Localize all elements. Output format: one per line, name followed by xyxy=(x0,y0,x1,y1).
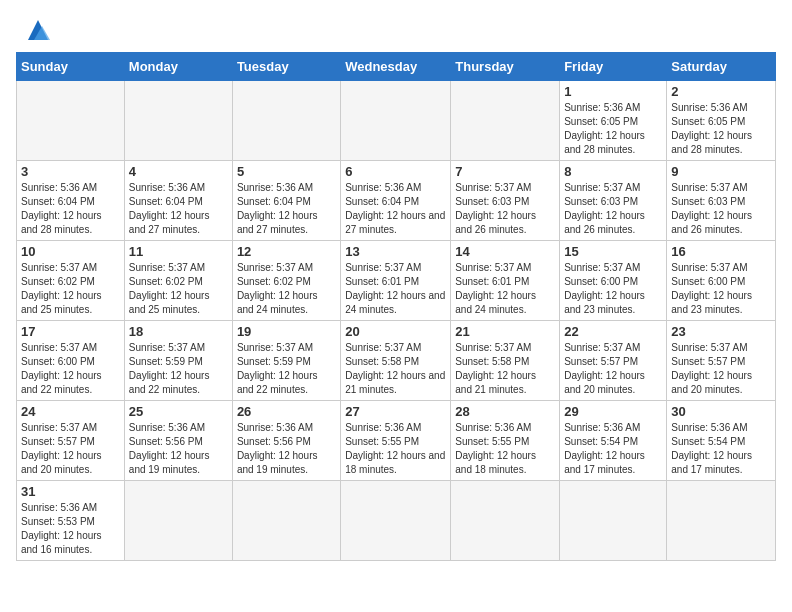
calendar-cell: 12Sunrise: 5:37 AM Sunset: 6:02 PM Dayli… xyxy=(232,241,340,321)
day-info: Sunrise: 5:36 AM Sunset: 5:55 PM Dayligh… xyxy=(345,421,446,477)
calendar-cell: 22Sunrise: 5:37 AM Sunset: 5:57 PM Dayli… xyxy=(560,321,667,401)
day-info: Sunrise: 5:37 AM Sunset: 6:02 PM Dayligh… xyxy=(237,261,336,317)
day-number: 24 xyxy=(21,404,120,419)
day-info: Sunrise: 5:37 AM Sunset: 5:57 PM Dayligh… xyxy=(21,421,120,477)
weekday-header-thursday: Thursday xyxy=(451,53,560,81)
weekday-header-sunday: Sunday xyxy=(17,53,125,81)
calendar-body: 1Sunrise: 5:36 AM Sunset: 6:05 PM Daylig… xyxy=(17,81,776,561)
day-info: Sunrise: 5:36 AM Sunset: 5:55 PM Dayligh… xyxy=(455,421,555,477)
day-info: Sunrise: 5:37 AM Sunset: 6:00 PM Dayligh… xyxy=(564,261,662,317)
day-number: 21 xyxy=(455,324,555,339)
day-info: Sunrise: 5:36 AM Sunset: 6:04 PM Dayligh… xyxy=(21,181,120,237)
day-number: 1 xyxy=(564,84,662,99)
calendar-cell xyxy=(341,81,451,161)
day-number: 31 xyxy=(21,484,120,499)
calendar-cell: 7Sunrise: 5:37 AM Sunset: 6:03 PM Daylig… xyxy=(451,161,560,241)
day-info: Sunrise: 5:37 AM Sunset: 6:02 PM Dayligh… xyxy=(129,261,228,317)
calendar-cell xyxy=(451,81,560,161)
day-info: Sunrise: 5:36 AM Sunset: 5:56 PM Dayligh… xyxy=(129,421,228,477)
logo-area xyxy=(16,16,56,44)
calendar-week-row: 3Sunrise: 5:36 AM Sunset: 6:04 PM Daylig… xyxy=(17,161,776,241)
day-number: 14 xyxy=(455,244,555,259)
day-info: Sunrise: 5:37 AM Sunset: 5:57 PM Dayligh… xyxy=(564,341,662,397)
calendar-cell: 21Sunrise: 5:37 AM Sunset: 5:58 PM Dayli… xyxy=(451,321,560,401)
calendar-cell: 9Sunrise: 5:37 AM Sunset: 6:03 PM Daylig… xyxy=(667,161,776,241)
day-info: Sunrise: 5:36 AM Sunset: 6:04 PM Dayligh… xyxy=(129,181,228,237)
day-number: 22 xyxy=(564,324,662,339)
calendar-cell xyxy=(17,81,125,161)
calendar-cell xyxy=(451,481,560,561)
day-info: Sunrise: 5:37 AM Sunset: 6:00 PM Dayligh… xyxy=(671,261,771,317)
header xyxy=(16,16,776,44)
day-number: 5 xyxy=(237,164,336,179)
day-number: 4 xyxy=(129,164,228,179)
logo-icon xyxy=(20,16,56,44)
day-number: 23 xyxy=(671,324,771,339)
day-info: Sunrise: 5:37 AM Sunset: 5:58 PM Dayligh… xyxy=(345,341,446,397)
day-info: Sunrise: 5:36 AM Sunset: 5:56 PM Dayligh… xyxy=(237,421,336,477)
calendar-cell xyxy=(124,81,232,161)
calendar-cell: 5Sunrise: 5:36 AM Sunset: 6:04 PM Daylig… xyxy=(232,161,340,241)
calendar-cell: 19Sunrise: 5:37 AM Sunset: 5:59 PM Dayli… xyxy=(232,321,340,401)
calendar-cell: 10Sunrise: 5:37 AM Sunset: 6:02 PM Dayli… xyxy=(17,241,125,321)
calendar-cell: 1Sunrise: 5:36 AM Sunset: 6:05 PM Daylig… xyxy=(560,81,667,161)
calendar-cell xyxy=(667,481,776,561)
calendar-cell: 28Sunrise: 5:36 AM Sunset: 5:55 PM Dayli… xyxy=(451,401,560,481)
calendar-week-row: 1Sunrise: 5:36 AM Sunset: 6:05 PM Daylig… xyxy=(17,81,776,161)
calendar-cell: 31Sunrise: 5:36 AM Sunset: 5:53 PM Dayli… xyxy=(17,481,125,561)
day-number: 26 xyxy=(237,404,336,419)
day-info: Sunrise: 5:37 AM Sunset: 5:58 PM Dayligh… xyxy=(455,341,555,397)
calendar-week-row: 10Sunrise: 5:37 AM Sunset: 6:02 PM Dayli… xyxy=(17,241,776,321)
day-number: 30 xyxy=(671,404,771,419)
calendar-cell xyxy=(560,481,667,561)
calendar-cell: 24Sunrise: 5:37 AM Sunset: 5:57 PM Dayli… xyxy=(17,401,125,481)
calendar-cell: 27Sunrise: 5:36 AM Sunset: 5:55 PM Dayli… xyxy=(341,401,451,481)
calendar-cell: 20Sunrise: 5:37 AM Sunset: 5:58 PM Dayli… xyxy=(341,321,451,401)
day-info: Sunrise: 5:36 AM Sunset: 6:04 PM Dayligh… xyxy=(237,181,336,237)
calendar-cell: 6Sunrise: 5:36 AM Sunset: 6:04 PM Daylig… xyxy=(341,161,451,241)
weekday-header-row: SundayMondayTuesdayWednesdayThursdayFrid… xyxy=(17,53,776,81)
calendar-cell: 16Sunrise: 5:37 AM Sunset: 6:00 PM Dayli… xyxy=(667,241,776,321)
calendar-cell: 3Sunrise: 5:36 AM Sunset: 6:04 PM Daylig… xyxy=(17,161,125,241)
weekday-header-friday: Friday xyxy=(560,53,667,81)
day-number: 12 xyxy=(237,244,336,259)
calendar-week-row: 17Sunrise: 5:37 AM Sunset: 6:00 PM Dayli… xyxy=(17,321,776,401)
calendar-cell: 23Sunrise: 5:37 AM Sunset: 5:57 PM Dayli… xyxy=(667,321,776,401)
day-info: Sunrise: 5:37 AM Sunset: 5:57 PM Dayligh… xyxy=(671,341,771,397)
calendar-cell xyxy=(232,81,340,161)
day-info: Sunrise: 5:36 AM Sunset: 6:05 PM Dayligh… xyxy=(671,101,771,157)
day-number: 9 xyxy=(671,164,771,179)
day-number: 17 xyxy=(21,324,120,339)
day-number: 19 xyxy=(237,324,336,339)
weekday-header-wednesday: Wednesday xyxy=(341,53,451,81)
calendar-cell: 26Sunrise: 5:36 AM Sunset: 5:56 PM Dayli… xyxy=(232,401,340,481)
calendar-cell xyxy=(341,481,451,561)
calendar-header: SundayMondayTuesdayWednesdayThursdayFrid… xyxy=(17,53,776,81)
day-number: 7 xyxy=(455,164,555,179)
day-number: 13 xyxy=(345,244,446,259)
day-info: Sunrise: 5:37 AM Sunset: 6:00 PM Dayligh… xyxy=(21,341,120,397)
day-info: Sunrise: 5:37 AM Sunset: 6:03 PM Dayligh… xyxy=(564,181,662,237)
calendar-cell: 17Sunrise: 5:37 AM Sunset: 6:00 PM Dayli… xyxy=(17,321,125,401)
day-number: 6 xyxy=(345,164,446,179)
day-number: 2 xyxy=(671,84,771,99)
calendar-cell: 13Sunrise: 5:37 AM Sunset: 6:01 PM Dayli… xyxy=(341,241,451,321)
calendar-week-row: 24Sunrise: 5:37 AM Sunset: 5:57 PM Dayli… xyxy=(17,401,776,481)
day-info: Sunrise: 5:37 AM Sunset: 5:59 PM Dayligh… xyxy=(129,341,228,397)
day-info: Sunrise: 5:36 AM Sunset: 5:54 PM Dayligh… xyxy=(564,421,662,477)
logo xyxy=(16,16,56,44)
calendar-cell: 2Sunrise: 5:36 AM Sunset: 6:05 PM Daylig… xyxy=(667,81,776,161)
calendar-week-row: 31Sunrise: 5:36 AM Sunset: 5:53 PM Dayli… xyxy=(17,481,776,561)
day-number: 29 xyxy=(564,404,662,419)
calendar-cell: 15Sunrise: 5:37 AM Sunset: 6:00 PM Dayli… xyxy=(560,241,667,321)
calendar-cell: 14Sunrise: 5:37 AM Sunset: 6:01 PM Dayli… xyxy=(451,241,560,321)
day-info: Sunrise: 5:37 AM Sunset: 6:03 PM Dayligh… xyxy=(455,181,555,237)
weekday-header-tuesday: Tuesday xyxy=(232,53,340,81)
weekday-header-saturday: Saturday xyxy=(667,53,776,81)
day-number: 15 xyxy=(564,244,662,259)
day-number: 18 xyxy=(129,324,228,339)
day-number: 27 xyxy=(345,404,446,419)
day-number: 3 xyxy=(21,164,120,179)
day-number: 16 xyxy=(671,244,771,259)
calendar-cell: 8Sunrise: 5:37 AM Sunset: 6:03 PM Daylig… xyxy=(560,161,667,241)
